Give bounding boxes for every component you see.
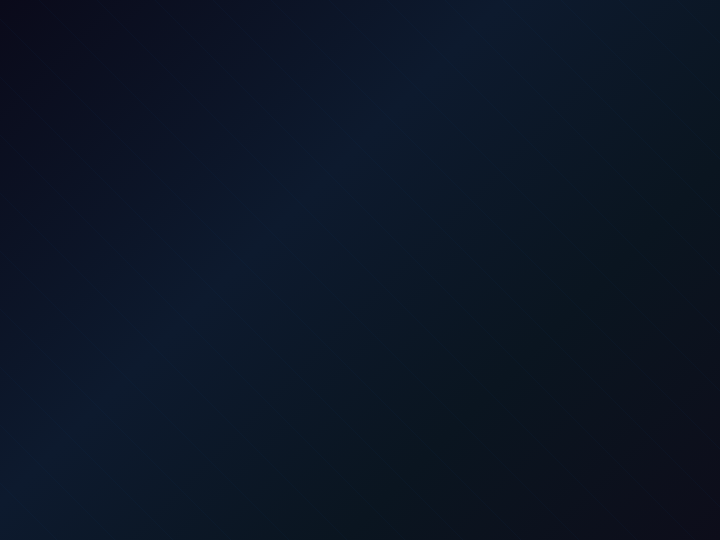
background-lines	[0, 0, 720, 540]
main-container: ASUS UEFI BIOS Utility – Advanced Mode 🌐…	[0, 0, 720, 540]
